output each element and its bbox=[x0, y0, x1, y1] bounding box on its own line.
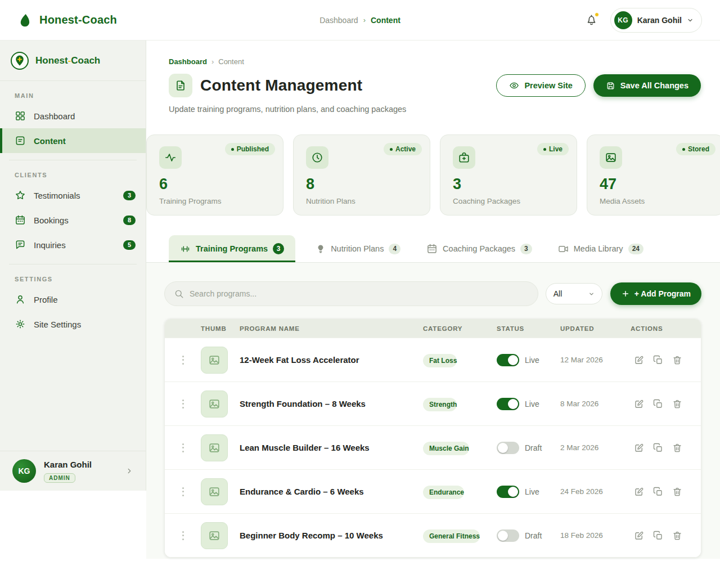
category-badge: Muscle Gain bbox=[423, 442, 469, 455]
trash-icon[interactable] bbox=[672, 487, 682, 497]
search-icon bbox=[174, 289, 184, 299]
person-icon bbox=[15, 294, 26, 305]
column-header: PROGRAM NAME bbox=[240, 325, 423, 332]
save-icon bbox=[606, 81, 615, 91]
breadcrumb-dashboard[interactable]: Dashboard bbox=[320, 16, 358, 25]
clock-icon bbox=[306, 146, 328, 169]
edit-icon[interactable] bbox=[634, 355, 644, 365]
trash-icon[interactable] bbox=[672, 355, 682, 365]
sidebar-item-content[interactable]: Content bbox=[0, 128, 146, 153]
add-program-button[interactable]: + Add Program bbox=[610, 282, 701, 305]
drag-handle-icon[interactable] bbox=[165, 400, 201, 409]
updated-date: 18 Feb 2026 bbox=[560, 531, 631, 540]
sidebar-item-dashboard[interactable]: Dashboard bbox=[0, 104, 146, 128]
document-icon bbox=[15, 135, 26, 146]
tab-nutrition-plans[interactable]: Nutrition Plans 4 bbox=[310, 235, 406, 262]
stat-label: Coaching Packages bbox=[453, 197, 569, 205]
chevron-right-icon bbox=[125, 467, 133, 475]
briefcase-icon bbox=[453, 146, 475, 169]
status-toggle[interactable] bbox=[497, 398, 519, 410]
trash-icon[interactable] bbox=[672, 399, 682, 409]
copy-icon[interactable] bbox=[653, 399, 663, 409]
category-badge: Fat Loss bbox=[423, 354, 457, 367]
plus-icon bbox=[621, 289, 630, 298]
copy-icon[interactable] bbox=[653, 531, 663, 541]
grid-icon bbox=[15, 110, 26, 122]
drag-handle-icon[interactable] bbox=[165, 443, 201, 452]
tab-count-badge: 4 bbox=[389, 244, 400, 254]
status-toggle[interactable] bbox=[497, 354, 519, 366]
edit-icon[interactable] bbox=[634, 399, 644, 409]
column-header: ACTIONS bbox=[631, 325, 701, 332]
drag-handle-icon[interactable] bbox=[165, 487, 201, 496]
updated-date: 12 Mar 2026 bbox=[560, 356, 631, 364]
drag-handle-icon[interactable] bbox=[165, 356, 201, 365]
topbar-breadcrumb: Dashboard › Content bbox=[320, 16, 400, 25]
notification-bell-icon[interactable] bbox=[585, 14, 598, 26]
row-actions bbox=[631, 487, 701, 497]
status-text: Draft bbox=[525, 443, 542, 452]
row-actions bbox=[631, 443, 701, 453]
breadcrumb-dashboard-link[interactable]: Dashboard bbox=[169, 57, 207, 66]
copy-icon[interactable] bbox=[653, 443, 663, 453]
updated-date: 8 Mar 2026 bbox=[560, 400, 631, 408]
status-text: Live bbox=[525, 400, 539, 409]
calendar-icon bbox=[15, 214, 26, 226]
program-name: Beginner Body Recomp – 10 Weeks bbox=[240, 531, 423, 540]
status-toggle[interactable] bbox=[497, 529, 519, 542]
breadcrumb-content: Content bbox=[371, 16, 400, 25]
user-menu[interactable]: KG Karan Gohil bbox=[610, 8, 702, 33]
table-body: 12-Week Fat Loss Accelerator Fat Loss Li… bbox=[165, 338, 701, 557]
tabs: Training Programs 3 Nutrition Plans 4 Co… bbox=[146, 235, 720, 263]
eye-icon bbox=[509, 80, 519, 91]
copy-icon[interactable] bbox=[653, 487, 663, 497]
count-badge: 8 bbox=[123, 216, 136, 225]
search-input[interactable] bbox=[190, 289, 529, 298]
stat-value: 6 bbox=[159, 176, 275, 193]
column-header: THUMB bbox=[201, 325, 240, 332]
status-toggle[interactable] bbox=[497, 486, 519, 498]
count-badge: 5 bbox=[123, 240, 136, 250]
program-thumbnail bbox=[201, 390, 228, 418]
save-all-changes-button[interactable]: Save All Changes bbox=[593, 74, 701, 97]
trash-icon[interactable] bbox=[672, 443, 682, 453]
program-thumbnail bbox=[201, 347, 228, 374]
tab-training-programs[interactable]: Training Programs 3 bbox=[169, 235, 295, 262]
sidebar-item-site-settings[interactable]: Site Settings bbox=[0, 312, 146, 336]
drag-handle-icon[interactable] bbox=[165, 531, 201, 540]
sidebar-item-testimonials[interactable]: Testimonials 3 bbox=[0, 183, 146, 208]
sidebar-user-card[interactable]: KG Karan Gohil ADMIN bbox=[0, 451, 146, 491]
filter-value: All bbox=[554, 289, 562, 298]
image-icon bbox=[600, 146, 622, 169]
chevron-down-icon bbox=[687, 17, 694, 24]
column-header: UPDATED bbox=[560, 325, 631, 332]
sidebar: Honest-Coach MAIN Dashboard Content CLIE… bbox=[0, 41, 146, 491]
edit-icon[interactable] bbox=[634, 443, 644, 453]
edit-icon[interactable] bbox=[634, 487, 644, 497]
chevron-down-icon bbox=[588, 291, 595, 297]
sidebar-section-label: CLIENTS bbox=[15, 172, 146, 178]
preview-site-button[interactable]: Preview Site bbox=[496, 74, 585, 97]
stat-value: 8 bbox=[306, 176, 422, 193]
stat-card-training-programs: Published 6 Training Programs bbox=[146, 134, 284, 216]
sidebar-item-profile[interactable]: Profile bbox=[0, 287, 146, 312]
sidebar-item-bookings[interactable]: Bookings 8 bbox=[0, 208, 146, 232]
tab-coaching-packages[interactable]: Coaching Packages 3 bbox=[421, 235, 538, 262]
program-thumbnail bbox=[201, 434, 228, 461]
brand-name: Honest-Coach bbox=[39, 14, 117, 26]
sidebar-section-label: MAIN bbox=[15, 92, 146, 99]
tab-media-library[interactable]: Media Library 24 bbox=[552, 235, 649, 262]
chevron-right-icon: › bbox=[363, 16, 366, 24]
topbar: Honest-Coach Dashboard › Content KG Kara… bbox=[0, 0, 720, 41]
sidebar-logo: Honest-Coach bbox=[0, 41, 146, 81]
tab-count-badge: 24 bbox=[628, 244, 644, 254]
sidebar-item-inquiries[interactable]: Inquiries 5 bbox=[0, 232, 146, 257]
trash-icon[interactable] bbox=[672, 531, 682, 541]
copy-icon[interactable] bbox=[653, 355, 663, 365]
filter-dropdown[interactable]: All bbox=[546, 283, 602, 304]
category-badge: Strength bbox=[423, 398, 457, 411]
status-toggle[interactable] bbox=[497, 442, 519, 454]
star-icon bbox=[15, 190, 26, 201]
edit-icon[interactable] bbox=[634, 531, 644, 541]
search-box bbox=[164, 281, 538, 306]
